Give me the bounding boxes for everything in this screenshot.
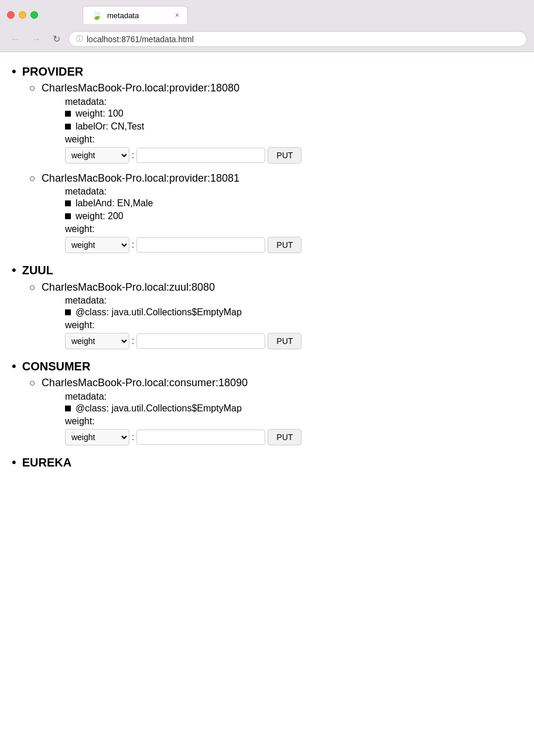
section-label-zuul: ZUUL	[22, 263, 53, 278]
instance-consumer-18090: ○ CharlesMacBook-Pro.local:consumer:1809…	[29, 376, 522, 449]
metadata-label-provider-18080: metadata:	[65, 97, 522, 107]
weight-form-zuul-8080: weight: weight : PUT	[65, 320, 522, 349]
instance-name-provider-18081: CharlesMacBook-Pro.local:provider:18081	[42, 172, 522, 185]
weight-input-consumer-18090[interactable]	[136, 430, 265, 445]
bullet-dot: •	[12, 359, 16, 374]
instance-name-zuul-8080: CharlesMacBook-Pro.local:zuul:8080	[42, 281, 522, 294]
meta-prop: labelOr: CN,Test	[65, 121, 522, 132]
meta-prop: weight: 200	[65, 211, 522, 222]
colon: :	[132, 150, 134, 161]
weight-form-consumer-18090: weight: weight : PUT	[65, 416, 522, 445]
square-bullet	[65, 213, 71, 219]
section-label-eureka: EUREKA	[22, 455, 71, 470]
colon: :	[132, 336, 134, 346]
weight-select-consumer-18090[interactable]: weight	[65, 429, 129, 445]
weight-form-provider-18081: weight: weight : PUT	[65, 224, 522, 253]
meta-props-provider-18080: weight: 100 labelOr: CN,Test	[65, 108, 522, 132]
bullet-dot: •	[12, 64, 16, 79]
address-bar-icon: ⓘ	[76, 34, 83, 44]
weight-select-zuul-8080[interactable]: weight	[65, 333, 129, 349]
weight-input-provider-18081[interactable]	[136, 237, 265, 253]
section-zuul: • ZUUL ○ CharlesMacBook-Pro.local:zuul:8…	[12, 263, 522, 354]
prop-text: labelAnd: EN,Male	[76, 198, 153, 209]
section-eureka: • EUREKA	[12, 455, 522, 470]
section-provider: • PROVIDER ○ CharlesMacBook-Pro.local:pr…	[12, 64, 522, 258]
meta-props-zuul-8080: @class: java.util.Collections$EmptyMap	[65, 307, 522, 318]
weight-form-label: weight:	[65, 320, 522, 331]
weight-form-label: weight:	[65, 416, 522, 427]
forward-button[interactable]: →	[28, 33, 44, 46]
weight-select-provider-18080[interactable]: weight	[65, 147, 129, 164]
put-button-zuul-8080[interactable]: PUT	[268, 333, 302, 349]
square-bullet	[65, 124, 71, 130]
instance-zuul-8080: ○ CharlesMacBook-Pro.local:zuul:8080 met…	[29, 281, 522, 354]
prop-text: @class: java.util.Collections$EmptyMap	[76, 307, 242, 318]
bullet-dot: •	[12, 455, 16, 470]
put-button-provider-18081[interactable]: PUT	[268, 237, 302, 253]
instance-name-consumer-18090: CharlesMacBook-Pro.local:consumer:18090	[42, 376, 522, 390]
weight-input-provider-18080[interactable]	[136, 148, 265, 163]
instance-list-zuul: ○ CharlesMacBook-Pro.local:zuul:8080 met…	[29, 281, 522, 354]
minimize-window-button[interactable]	[19, 11, 26, 19]
address-bar[interactable]: ⓘ localhost:8761/metadata.html	[69, 31, 527, 47]
meta-props-consumer-18090: @class: java.util.Collections$EmptyMap	[65, 403, 522, 414]
instance-list-provider: ○ CharlesMacBook-Pro.local:provider:1808…	[29, 81, 522, 258]
address-text: localhost:8761/metadata.html	[87, 35, 194, 44]
instance-list-consumer: ○ CharlesMacBook-Pro.local:consumer:1809…	[29, 376, 522, 449]
colon: :	[132, 240, 134, 250]
meta-prop: labelAnd: EN,Male	[65, 198, 522, 209]
put-button-provider-18080[interactable]: PUT	[268, 147, 302, 164]
metadata-label-provider-18081: metadata:	[65, 186, 522, 197]
sub-dot: ○	[29, 172, 36, 185]
tab-close-button[interactable]: ×	[175, 11, 179, 19]
sub-dot: ○	[29, 376, 36, 390]
close-window-button[interactable]	[7, 11, 15, 19]
bullet-dot: •	[12, 263, 16, 278]
tab-title: metadata	[107, 11, 139, 20]
browser-chrome: 🍃 metadata × ← → ↻ ⓘ localhost:8761/meta…	[0, 0, 534, 52]
meta-prop: @class: java.util.Collections$EmptyMap	[65, 307, 522, 318]
sub-dot: ○	[29, 281, 36, 294]
traffic-lights	[7, 11, 38, 19]
maximize-window-button[interactable]	[30, 11, 38, 19]
top-level-list: • PROVIDER ○ CharlesMacBook-Pro.local:pr…	[12, 64, 522, 470]
address-bar-row: ← → ↻ ⓘ localhost:8761/metadata.html	[0, 28, 534, 52]
metadata-label-consumer-18090: metadata:	[65, 391, 522, 402]
title-bar: 🍃 metadata ×	[0, 0, 534, 28]
square-bullet	[65, 200, 71, 206]
tab-favicon: 🍃	[91, 10, 102, 21]
prop-text: weight: 200	[76, 211, 124, 222]
meta-prop: weight: 100	[65, 108, 522, 119]
tab-bar: 🍃 metadata ×	[83, 6, 188, 24]
back-button[interactable]: ←	[7, 33, 23, 46]
instance-name-provider-18080: CharlesMacBook-Pro.local:provider:18080	[42, 81, 522, 95]
meta-prop: @class: java.util.Collections$EmptyMap	[65, 403, 522, 414]
weight-form-provider-18080: weight: weight : PUT	[65, 134, 522, 164]
prop-text: labelOr: CN,Test	[76, 121, 144, 132]
weight-form-label: weight:	[65, 224, 522, 234]
instance-provider-18081: ○ CharlesMacBook-Pro.local:provider:1808…	[29, 172, 522, 258]
section-label-provider: PROVIDER	[22, 64, 83, 79]
put-button-consumer-18090[interactable]: PUT	[268, 429, 302, 445]
active-tab[interactable]: 🍃 metadata ×	[83, 6, 188, 24]
prop-text: @class: java.util.Collections$EmptyMap	[76, 403, 242, 414]
square-bullet	[65, 406, 71, 411]
weight-input-zuul-8080[interactable]	[136, 333, 265, 349]
section-consumer: • CONSUMER ○ CharlesMacBook-Pro.local:co…	[12, 359, 522, 450]
colon: :	[132, 432, 134, 442]
sub-dot: ○	[29, 81, 36, 95]
square-bullet	[65, 309, 71, 315]
section-label-consumer: CONSUMER	[22, 359, 91, 374]
reload-button[interactable]: ↻	[49, 32, 64, 46]
square-bullet	[65, 111, 71, 117]
prop-text: weight: 100	[76, 108, 124, 119]
meta-props-provider-18081: labelAnd: EN,Male weight: 200	[65, 198, 522, 222]
instance-provider-18080: ○ CharlesMacBook-Pro.local:provider:1808…	[29, 81, 522, 168]
page-content: • PROVIDER ○ CharlesMacBook-Pro.local:pr…	[0, 52, 534, 486]
metadata-label-zuul-8080: metadata:	[65, 295, 522, 306]
weight-select-provider-18081[interactable]: weight	[65, 237, 129, 253]
weight-form-label: weight:	[65, 134, 522, 145]
